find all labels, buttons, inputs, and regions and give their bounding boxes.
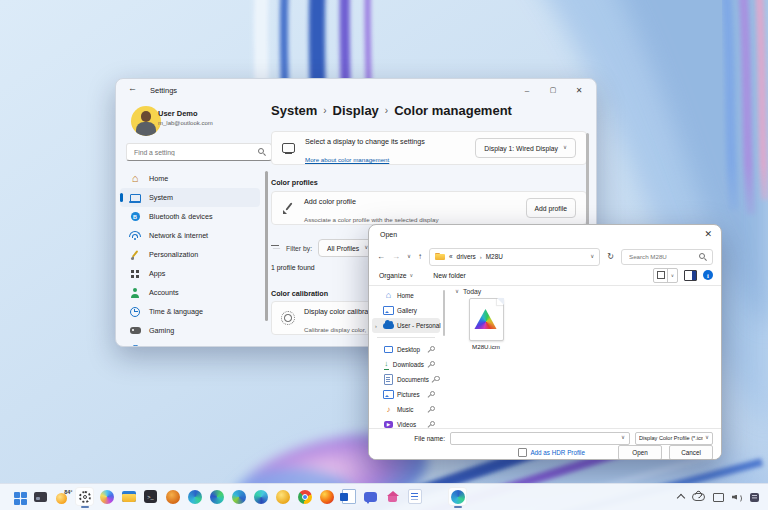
address-overflow[interactable]: « [449, 253, 453, 260]
taskbar-icon-family[interactable] [383, 487, 402, 506]
close-button[interactable]: ✕ [566, 81, 592, 99]
sidebar-item-accessibility-partial[interactable] [120, 340, 260, 347]
sidebar-item-network[interactable]: Network & internet [120, 226, 260, 245]
refresh-icon[interactable]: ↻ [607, 252, 614, 261]
open-button[interactable]: Open [618, 445, 662, 460]
sidebar-item-home[interactable]: ⌂ Home [372, 288, 440, 303]
settings-search-box[interactable] [126, 143, 272, 161]
sidebar-item-user-personal[interactable]: › User - Personal [372, 318, 440, 333]
taskbar: 84° >_ [0, 483, 768, 510]
display-network-icon[interactable] [713, 493, 724, 502]
file-name-input[interactable] [455, 434, 621, 443]
taskbar-icon-firefox[interactable] [317, 487, 336, 506]
cancel-button[interactable]: Cancel [669, 445, 713, 460]
volume-icon[interactable] [732, 493, 742, 502]
taskbar-icon-edge-channel-4[interactable] [251, 487, 270, 506]
taskbar-icon-edge-channel-1[interactable] [185, 487, 204, 506]
sidebar-item-documents[interactable]: Documents [372, 372, 440, 387]
maximize-button[interactable]: ▢ [540, 81, 566, 99]
expand-chevron-icon[interactable]: › [375, 323, 377, 329]
file-name-combo[interactable]: ∨ [450, 432, 630, 445]
preview-pane-icon[interactable] [684, 270, 697, 281]
minimize-button[interactable]: – [514, 81, 540, 99]
sidebar-item-time-language[interactable]: Time & language [120, 302, 260, 321]
address-dropdown-icon[interactable]: ∨ [590, 254, 594, 260]
taskbar-icon-running-app[interactable] [448, 487, 467, 506]
more-about-color-management-link[interactable]: More about color management [305, 156, 389, 163]
taskbar-icon-search[interactable] [31, 487, 50, 506]
taskbar-icon-powertoys[interactable] [163, 487, 182, 506]
pin-icon [428, 391, 435, 398]
sidebar-item-downloads[interactable]: ↓ Downloads [372, 357, 440, 372]
back-arrow-icon[interactable]: ← [128, 83, 137, 93]
taskbar-icon-edge-channel-3[interactable] [229, 487, 248, 506]
add-profile-button[interactable]: Add profile [526, 198, 577, 218]
chevron-down-icon: ∨ [455, 289, 459, 295]
nav-up-icon[interactable]: ↑ [418, 253, 422, 261]
dialog-search-box[interactable] [621, 249, 713, 265]
tray-chevron-up-icon[interactable] [677, 494, 685, 502]
home-icon: ⌂ [129, 173, 141, 185]
add-as-hdr-checkbox[interactable]: Add as HDR Profile [518, 448, 585, 457]
sidebar-item-personalization[interactable]: Personalization [120, 245, 260, 264]
nav-forward-icon[interactable]: → [392, 253, 400, 261]
taskbar-icon-edge-channel-2[interactable] [207, 487, 226, 506]
chevron-down-icon[interactable]: ∨ [621, 435, 625, 441]
color-calibration-section-label: Color calibration [271, 289, 328, 298]
display-selector-dropdown[interactable]: Display 1: Wired Display ∨ [475, 138, 576, 158]
nav-back-icon[interactable]: ← [377, 253, 385, 261]
sidebar-item-desktop[interactable]: Desktop [372, 342, 440, 357]
dialog-footer: File name: ∨ Display Color Profile (*.ic… [369, 428, 721, 459]
new-folder-button[interactable]: New folder [433, 272, 466, 279]
dialog-close-button[interactable]: ✕ [704, 229, 712, 239]
view-dropdown-icon[interactable]: ∨ [668, 269, 677, 282]
settings-search-input[interactable] [132, 148, 258, 157]
nav-recent-chevron-icon[interactable]: ∨ [407, 254, 411, 260]
taskbar-icon-edge-canary[interactable] [273, 487, 292, 506]
taskbar-icon-copilot[interactable] [97, 487, 116, 506]
touch-keyboard-icon[interactable] [750, 493, 759, 502]
group-header-today[interactable]: ∨ Today [455, 288, 481, 295]
onedrive-icon[interactable] [692, 493, 705, 501]
taskbar-icon-settings[interactable] [75, 487, 94, 506]
sidebar-item-gallery[interactable]: Gallery [372, 303, 440, 318]
file-tile-m28u-icm[interactable]: M28U.icm [459, 298, 513, 350]
taskbar-icon-todo[interactable] [405, 487, 424, 506]
file-type-dropdown[interactable]: Display Color Profile (*.icm; *.ic ∨ [635, 432, 713, 445]
view-mode-split-button[interactable]: ∨ [653, 268, 678, 283]
sidebar-item-bluetooth[interactable]: B Bluetooth & devices [120, 207, 260, 226]
sidebar-item-apps[interactable]: Apps [120, 264, 260, 283]
taskbar-icon-word[interactable] [339, 487, 358, 506]
taskbar-icon-chrome[interactable] [295, 487, 314, 506]
dialog-title: Open [380, 231, 397, 238]
avatar[interactable] [131, 106, 161, 136]
search-app-icon [34, 492, 47, 502]
gear-icon [78, 490, 92, 504]
breadcrumb-system[interactable]: System [271, 103, 317, 118]
checkbox-icon[interactable] [518, 448, 527, 457]
taskbar-icon-file-explorer[interactable] [119, 487, 138, 506]
taskbar-icon-terminal[interactable]: >_ [141, 487, 160, 506]
sidebar-item-system[interactable]: System [120, 188, 260, 207]
address-crumb-drivers[interactable]: drivers [457, 253, 476, 260]
taskbar-icon-weather[interactable]: 84° [53, 487, 72, 506]
sidebar-item-accounts[interactable]: Accounts [120, 283, 260, 302]
dialog-search-input[interactable] [627, 252, 699, 261]
large-icons-view-icon[interactable] [654, 269, 668, 282]
sun-icon [282, 312, 294, 324]
taskbar-icon-chat[interactable] [361, 487, 380, 506]
address-bar[interactable]: « drivers › M28U ∨ [429, 248, 600, 266]
sidebar-scrollbar[interactable] [265, 171, 268, 321]
breadcrumb-display[interactable]: Display [333, 103, 379, 118]
sidebar-item-music[interactable]: ♪ Music [372, 402, 440, 417]
running-app-icon [451, 490, 465, 504]
sidebar-item-home[interactable]: ⌂ Home [120, 169, 260, 188]
sidebar-item-gaming[interactable]: Gaming [120, 321, 260, 340]
details-info-icon[interactable]: i [703, 270, 713, 280]
sidebar-item-pictures[interactable]: Pictures [372, 387, 440, 402]
organize-menu[interactable]: Organize ∨ [379, 272, 413, 279]
settings-app-title: Settings [150, 86, 177, 95]
pictures-icon [383, 390, 394, 399]
taskbar-icon-start[interactable] [9, 487, 28, 506]
address-crumb-m28u[interactable]: M28U [486, 253, 503, 260]
